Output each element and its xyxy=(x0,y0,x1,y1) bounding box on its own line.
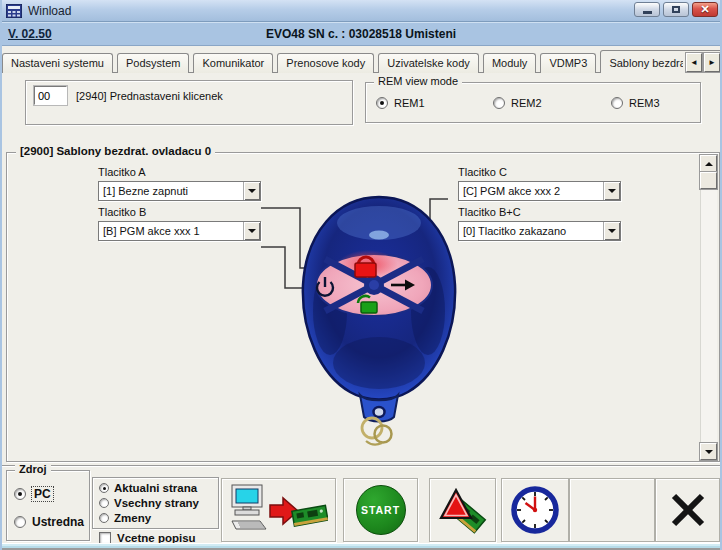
dropdown-button[interactable] xyxy=(603,222,620,240)
radio-rem3[interactable]: REM3 xyxy=(611,97,660,109)
dropdown-button[interactable] xyxy=(243,222,260,240)
radio-icon xyxy=(14,516,26,528)
tab-prenosove-kody[interactable]: Prenosove kody xyxy=(277,53,374,73)
info-bar: V. 02.50 EVO48 SN c. : 03028518 Umisteni xyxy=(0,22,722,46)
start-label: START xyxy=(361,504,400,516)
radio-rem2[interactable]: REM2 xyxy=(493,97,542,109)
button-a-label: Tlacitko A xyxy=(98,166,146,178)
radio-label: REM3 xyxy=(629,97,660,109)
preset-number-input[interactable] xyxy=(34,86,67,105)
chevron-down-icon xyxy=(248,189,256,193)
tab-bar: Nastaveni systemu Podsystem Komunikator … xyxy=(2,48,720,73)
dropdown-button[interactable] xyxy=(603,182,620,200)
minimize-icon xyxy=(643,11,652,14)
arrow-right-icon: ► xyxy=(708,58,716,67)
panel-status-text: EVO48 SN c. : 03028518 Umisteni xyxy=(0,27,722,41)
radio-rem1[interactable]: REM1 xyxy=(376,97,425,109)
remote-fob-image xyxy=(288,191,468,449)
dropdown-button[interactable] xyxy=(243,182,260,200)
pc-to-panel-transfer-button[interactable] xyxy=(221,478,336,542)
radio-icon xyxy=(14,488,26,500)
close-x-icon xyxy=(668,490,708,530)
radio-aktualni-strana[interactable]: Aktualni strana xyxy=(99,482,197,494)
tab-nastaveni-systemu[interactable]: Nastaveni systemu xyxy=(2,53,113,73)
button-b-value: [B] PGM akce xxx 1 xyxy=(99,222,243,240)
rem-view-mode-title: REM view mode xyxy=(374,75,462,87)
radio-label: Ustredna xyxy=(32,515,84,529)
radio-source-ustredna[interactable]: Ustredna xyxy=(14,515,84,529)
pc-to-module-transfer-icon xyxy=(230,483,328,537)
remote-template-panel: [2900] Sablony bezdrat. ovladacu 0 xyxy=(6,152,720,462)
section-heading: [2900] Sablony bezdrat. ovladacu 0 xyxy=(16,145,215,157)
radio-icon xyxy=(493,97,505,109)
radio-icon xyxy=(99,483,109,493)
module-warning-icon xyxy=(437,484,489,536)
module-warning-button[interactable] xyxy=(429,478,496,542)
radio-icon xyxy=(611,97,623,109)
button-c-select[interactable]: [C] PGM akce xxx 2 xyxy=(458,181,621,201)
toolbar-spacer-panel xyxy=(569,478,655,542)
radio-zmeny[interactable]: Zmeny xyxy=(99,512,151,524)
title-bar: Winload ✕ xyxy=(0,0,722,22)
clock-button[interactable] xyxy=(501,478,569,542)
bottom-toolbar: Zdroj PC Ustredna Aktualni strana Vsechn… xyxy=(2,465,720,543)
radio-source-pc[interactable]: PC xyxy=(14,487,53,501)
rem-view-mode-group: REM view mode REM1 REM2 REM3 xyxy=(365,82,701,123)
radio-icon xyxy=(99,498,109,508)
scroll-down-button[interactable] xyxy=(700,443,717,460)
arrow-up-icon xyxy=(705,162,713,166)
radio-label: Zmeny xyxy=(114,512,151,524)
start-icon: START xyxy=(356,485,406,535)
chevron-down-icon xyxy=(608,189,616,193)
radio-icon xyxy=(99,513,109,523)
radio-label: PC xyxy=(32,487,53,501)
button-c-value: [C] PGM akce xxx 2 xyxy=(459,182,603,200)
minimize-button[interactable] xyxy=(634,2,660,17)
clock-icon xyxy=(510,485,560,535)
close-button[interactable]: ✕ xyxy=(692,2,718,17)
tab-scroll-left-button[interactable]: ◄ xyxy=(686,53,702,72)
scope-group: Aktualni strana Vsechny strany Zmeny xyxy=(92,477,219,529)
radio-label: REM2 xyxy=(511,97,542,109)
button-bc-label: Tlacitko B+C xyxy=(458,206,521,218)
exit-button[interactable] xyxy=(655,478,720,542)
scrollbar-thumb[interactable] xyxy=(700,172,717,189)
button-bc-value: [0] Tlacitko zakazano xyxy=(459,222,603,240)
tab-scroll-right-button[interactable]: ► xyxy=(704,53,720,72)
radio-icon xyxy=(376,97,388,109)
source-title: Zdroj xyxy=(15,463,51,475)
tab-vdmp3[interactable]: VDMP3 xyxy=(540,53,596,73)
app-icon xyxy=(6,4,22,18)
window-title: Winload xyxy=(28,4,71,18)
button-a-value: [1] Bezne zapnuti xyxy=(99,182,243,200)
source-group: Zdroj PC Ustredna xyxy=(6,470,90,541)
preset-label: [2940] Prednastaveni klicenek xyxy=(76,90,223,102)
chevron-down-icon xyxy=(608,229,616,233)
radio-label: REM1 xyxy=(394,97,425,109)
arrow-down-icon xyxy=(705,450,713,454)
start-button[interactable]: START xyxy=(343,478,418,542)
tab-uzivatelske-kody[interactable]: Uzivatelske kody xyxy=(378,53,479,73)
tab-komunikator[interactable]: Komunikator xyxy=(193,53,273,73)
button-c-label: Tlacitko C xyxy=(458,166,507,178)
button-b-label: Tlacitko B xyxy=(98,206,146,218)
tab-podsystem[interactable]: Podsystem xyxy=(117,53,189,73)
window-bottom-frame xyxy=(0,543,722,550)
winload-window: Winload ✕ V. 02.50 EVO48 SN c. : 0302851… xyxy=(0,0,722,550)
button-bc-select[interactable]: [0] Tlacitko zakazano xyxy=(458,221,621,241)
restore-button[interactable] xyxy=(663,2,689,17)
tab-moduly[interactable]: Moduly xyxy=(483,53,536,73)
radio-vsechny-strany[interactable]: Vsechny strany xyxy=(99,497,199,509)
vertical-scrollbar[interactable] xyxy=(700,155,717,460)
radio-label: Vsechny strany xyxy=(114,497,199,509)
button-a-select[interactable]: [1] Bezne zapnuti xyxy=(98,181,261,201)
chevron-down-icon xyxy=(248,229,256,233)
radio-label: Aktualni strana xyxy=(114,482,197,494)
arrow-left-icon: ◄ xyxy=(690,58,698,67)
preset-group: [2940] Prednastaveni klicenek xyxy=(25,80,353,125)
scroll-up-button[interactable] xyxy=(700,155,717,172)
button-b-select[interactable]: [B] PGM akce xxx 1 xyxy=(98,221,261,241)
close-icon: ✕ xyxy=(700,4,709,15)
restore-icon xyxy=(672,6,680,13)
